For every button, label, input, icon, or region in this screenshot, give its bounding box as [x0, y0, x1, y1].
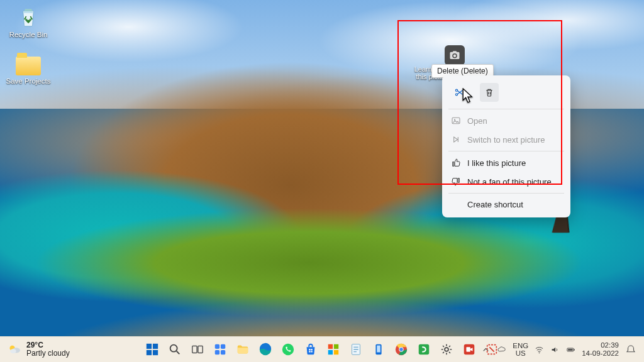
menu-item-switch-next: Switch to next picture: [446, 130, 567, 149]
menu-item-create-shortcut[interactable]: Create shortcut: [446, 195, 567, 214]
next-icon: [451, 134, 461, 145]
taskbar-item-taskview[interactable]: [189, 341, 206, 358]
weather-icon: [8, 343, 21, 356]
svg-rect-26: [328, 350, 333, 354]
svg-rect-14: [215, 344, 219, 349]
phone-link-icon: [372, 343, 386, 356]
thumb-up-icon: [451, 158, 461, 168]
taskbar-item-whatsapp[interactable]: [279, 341, 297, 358]
taskbar-item-camtasia-rec[interactable]: [460, 341, 478, 358]
svg-point-39: [539, 352, 540, 353]
svg-rect-42: [574, 349, 575, 351]
widgets-icon: [213, 343, 227, 356]
image-icon: [451, 116, 461, 126]
svg-rect-23: [311, 351, 312, 352]
svg-rect-16: [215, 350, 219, 354]
svg-rect-13: [198, 346, 203, 353]
gear-icon: [440, 343, 453, 356]
menu-item-label: I like this picture: [467, 158, 526, 168]
menu-item-dislike[interactable]: Not a fan of this picture: [446, 172, 567, 191]
svg-rect-12: [192, 346, 197, 353]
edge-icon: [258, 343, 272, 356]
taskbar-item-edge[interactable]: [257, 341, 274, 358]
quick-action-cut[interactable]: [450, 83, 469, 102]
desktop-icon-save-projects[interactable]: Save Projects: [4, 52, 53, 85]
tray-clock[interactable]: 02:39 14-09-2022: [582, 341, 619, 357]
trash-icon: [484, 87, 494, 97]
taskbar-item-widgets[interactable]: [211, 341, 229, 358]
svg-point-33: [399, 348, 403, 351]
menu-separator: [448, 109, 564, 109]
taskbar-item-camtasia[interactable]: [415, 341, 433, 358]
svg-rect-34: [419, 344, 430, 355]
notifications-icon[interactable]: [625, 344, 636, 355]
taskbar-item-settings[interactable]: [438, 341, 455, 358]
svg-rect-15: [221, 344, 225, 349]
whatsapp-icon: [281, 343, 295, 356]
folder-icon: [236, 343, 250, 356]
svg-point-11: [170, 345, 177, 352]
menu-item-label: Open: [467, 116, 487, 126]
taskbar-item-start[interactable]: [143, 341, 161, 358]
taskbar-weather[interactable]: 29°C Partly cloudy: [0, 341, 77, 357]
svg-point-35: [445, 348, 448, 351]
taskbar-tray: ENG US 02:39 14-09-2022: [481, 341, 644, 357]
menu-item-like[interactable]: I like this picture: [446, 153, 567, 172]
tray-language[interactable]: ENG US: [513, 342, 528, 357]
office-icon: [326, 343, 340, 356]
context-menu-quickbar: [446, 79, 567, 107]
desktop-icon-recycle-bin[interactable]: Recycle Bin: [4, 4, 53, 39]
menu-item-label: Switch to next picture: [467, 135, 545, 145]
thumb-down-icon: [451, 177, 461, 187]
svg-point-6: [10, 349, 16, 353]
taskbar-center: [143, 341, 501, 358]
record-icon: [462, 343, 476, 356]
taskbar-item-chrome[interactable]: [392, 341, 410, 358]
windows-icon: [145, 343, 159, 356]
svg-rect-9: [147, 350, 152, 355]
taskbar: 29°C Partly cloudy ENG US 02:39: [0, 336, 644, 362]
svg-rect-20: [309, 349, 310, 350]
taskbar-item-phonelink[interactable]: [370, 341, 387, 358]
taskview-icon: [191, 343, 204, 356]
battery-icon[interactable]: [566, 345, 575, 354]
taskbar-item-snipping[interactable]: [483, 341, 501, 358]
desktop-icon-label: Save Projects: [6, 77, 51, 85]
svg-rect-30: [377, 346, 380, 353]
svg-rect-24: [328, 344, 333, 349]
svg-rect-7: [147, 344, 152, 349]
taskbar-item-explorer[interactable]: [234, 341, 252, 358]
taskbar-item-notepad[interactable]: [347, 341, 365, 358]
menu-separator: [448, 151, 564, 151]
wifi-icon[interactable]: [535, 345, 544, 354]
store-icon: [304, 343, 318, 356]
svg-rect-21: [311, 349, 312, 350]
snipping-icon: [485, 343, 499, 356]
search-icon: [168, 343, 182, 356]
svg-rect-41: [568, 349, 573, 351]
menu-item-open: Open: [446, 111, 567, 130]
svg-rect-10: [153, 350, 158, 355]
taskbar-item-office[interactable]: [325, 341, 342, 358]
menu-item-label: Not a fan of this picture: [467, 177, 552, 187]
svg-rect-8: [153, 344, 158, 349]
menu-item-label: Create shortcut: [467, 200, 523, 209]
volume-icon[interactable]: [550, 345, 560, 354]
taskbar-item-search[interactable]: [166, 341, 184, 358]
weather-text: 29°C Partly cloudy: [26, 341, 70, 357]
scissors-icon: [454, 87, 464, 97]
desktop-icon-label: Recycle Bin: [9, 31, 48, 38]
svg-rect-27: [334, 350, 338, 354]
context-menu: Open Switch to next picture I like this …: [442, 75, 570, 217]
chrome-icon: [394, 343, 408, 356]
spotlight-camera-icon[interactable]: [445, 45, 465, 65]
folder-icon: [16, 57, 41, 75]
svg-rect-37: [466, 347, 470, 351]
camtasia-icon: [417, 343, 431, 356]
svg-rect-17: [221, 350, 225, 354]
notepad-icon: [349, 343, 363, 356]
taskbar-item-store[interactable]: [302, 341, 319, 358]
svg-rect-25: [334, 344, 338, 349]
svg-rect-22: [309, 351, 310, 352]
quick-action-delete[interactable]: [480, 83, 499, 102]
